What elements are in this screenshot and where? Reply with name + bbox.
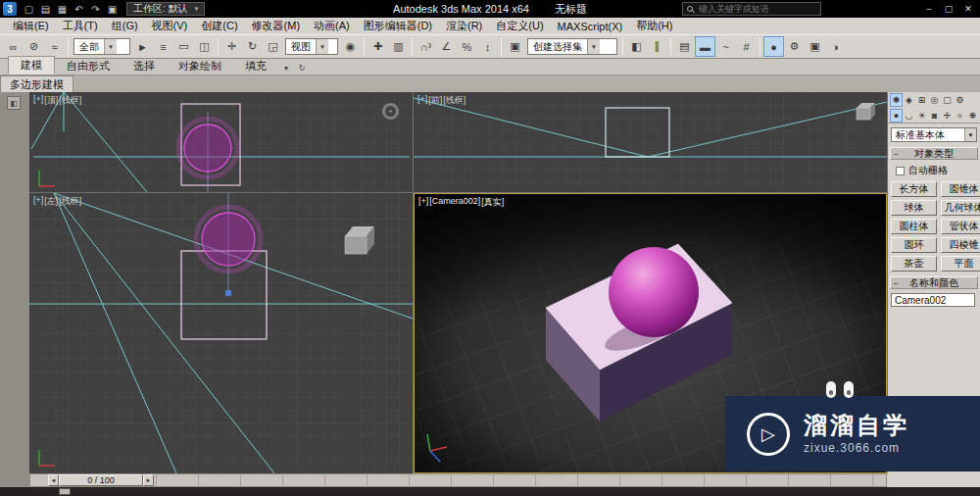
snaps-toggle-icon[interactable]: ∩³ [416,36,436,57]
plane-button[interactable]: 平面 [941,256,980,272]
viewport-left[interactable]: [+] [左] [线框] [29,193,413,473]
helpers-category-icon[interactable]: ✛ [941,109,954,123]
search-input[interactable] [697,3,820,15]
polygon-modeling-panel[interactable]: 多边形建模 [0,75,74,92]
layer-manager-icon[interactable]: ▤ [674,36,695,57]
select-object-icon[interactable]: ► [132,36,153,57]
menu-maxscript[interactable]: MAXScript(X) [551,18,630,34]
render-production-icon[interactable]: ◑ [825,36,846,57]
cylinder-button[interactable]: 圆柱体 [891,219,937,234]
viewport-shading-button[interactable]: [线框] [59,94,81,107]
teapot-button[interactable]: 茶壶 [891,256,937,272]
utilities-tab-icon[interactable]: ⚙ [954,93,966,107]
rectangular-region-icon[interactable]: ▭ [173,36,194,57]
ribbon-tab-selection[interactable]: 选择 [122,58,167,74]
edit-named-sets-icon[interactable]: ▣ [505,36,525,57]
object-name-field[interactable] [891,293,975,307]
maximize-button[interactable]: ▢ [939,1,958,17]
menu-animation[interactable]: 动画(A) [307,18,357,34]
select-and-rotate-icon[interactable]: ↻ [242,36,263,57]
named-selection-set-dropdown[interactable]: 创建选择集 ▼ [527,38,617,55]
display-tab-icon[interactable]: ▢ [941,93,954,107]
spinner-snap-icon[interactable]: ↕ [477,36,498,57]
select-and-manipulate-icon[interactable]: ✚ [368,36,388,57]
torus-button[interactable]: 圆环 [891,237,937,253]
autogrid-checkbox[interactable] [896,167,905,175]
menu-views[interactable]: 视图(V) [145,18,195,34]
keyboard-override-icon[interactable]: ▥ [388,36,409,57]
hierarchy-tab-icon[interactable]: ⊞ [915,93,928,107]
cameras-category-icon[interactable]: ◙ [928,109,941,123]
angle-snap-icon[interactable]: ∠ [436,36,457,57]
viewport-pov-button[interactable]: [左] [44,195,58,208]
pyramid-button[interactable]: 四棱锥 [941,237,980,253]
app-logo-icon[interactable]: 3 [3,2,17,16]
ribbon-cycle-icon[interactable]: ↻ [294,61,310,74]
viewport-menu-button[interactable]: [+] [418,196,428,209]
viewport-top[interactable]: [+] [顶] [线框] [29,92,413,192]
motion-tab-icon[interactable]: ◎ [928,93,941,107]
viewcube-icon[interactable] [382,103,399,120]
geosphere-button[interactable]: 几何球体 [941,200,980,216]
selection-filter-dropdown[interactable]: 全部 ▼ [74,38,130,55]
viewport-pov-button[interactable]: [Camera002] [429,196,480,209]
select-and-move-icon[interactable]: ✛ [221,36,242,57]
viewport-menu-button[interactable]: [+] [33,195,43,208]
open-file-icon[interactable]: ▤ [37,1,54,17]
next-frame-button[interactable]: ► [143,474,154,486]
ribbon-tab-populate[interactable]: 填充 [233,58,278,74]
bind-to-space-warp-icon[interactable]: ≈ [44,36,65,57]
menu-create[interactable]: 创建(C) [194,18,244,34]
viewport-shading-button[interactable]: [线框] [59,195,81,208]
viewport-pov-button[interactable]: [顶] [44,94,58,107]
save-file-icon[interactable]: ▦ [54,1,71,17]
ribbon-tab-object-paint[interactable]: 对象绘制 [167,58,233,74]
sphere-object[interactable] [184,124,231,172]
percent-snap-icon[interactable]: % [457,36,477,57]
rendered-frame-icon[interactable]: ▣ [805,36,825,57]
mirror-icon[interactable]: ◧ [626,36,647,57]
project-folder-icon[interactable]: ▣ [104,1,121,17]
sphere-button[interactable]: 球体 [891,200,937,216]
new-scene-icon[interactable]: ▢ [21,1,37,17]
create-tab-icon[interactable]: ✱ [890,93,903,107]
select-and-link-icon[interactable]: ∞ [3,36,24,57]
shapes-category-icon[interactable]: ◡ [903,109,915,123]
name-color-rollout[interactable]: − 名称和颜色 [890,276,978,289]
ribbon-tab-modeling[interactable]: 建模 [8,56,55,74]
reference-coordinate-dropdown[interactable]: 视图 ▼ [285,38,338,55]
viewport-shading-button[interactable]: [线框] [443,94,466,107]
tube-button[interactable]: 管状体 [941,219,980,234]
unlink-selection-icon[interactable]: ⊘ [24,36,44,57]
undo-icon[interactable]: ↶ [71,1,87,17]
systems-category-icon[interactable]: ❋ [966,109,979,123]
previous-frame-button[interactable]: ◄ [48,474,59,486]
menu-rendering[interactable]: 渲染(R) [439,18,489,34]
use-pivot-center-icon[interactable]: ◉ [340,36,361,57]
geometry-class-dropdown[interactable]: 标准基本体 ▼ [891,127,977,142]
viewport-menu-button[interactable]: [+] [417,94,427,107]
redo-icon[interactable]: ↷ [87,1,104,17]
minimize-button[interactable]: – [919,1,939,17]
menu-tools[interactable]: 工具(T) [56,18,105,34]
sphere-object[interactable] [609,247,699,337]
render-setup-icon[interactable]: ⚙ [784,36,805,57]
window-crossing-icon[interactable]: ◫ [194,36,215,57]
help-search[interactable] [682,2,821,16]
menu-modifiers[interactable]: 修改器(M) [245,18,308,34]
time-slider-track[interactable]: ◄ 0 / 100 ► [29,473,887,487]
box-button[interactable]: 长方体 [891,181,937,197]
select-by-name-icon[interactable]: ≡ [153,36,173,57]
ribbon-caret-icon[interactable]: ▾ [278,61,294,74]
frame-indicator[interactable]: 0 / 100 [59,474,143,486]
space-warps-category-icon[interactable]: ≈ [954,109,966,123]
select-and-scale-icon[interactable]: ◲ [263,36,283,57]
camera-helper-object[interactable] [857,103,875,120]
viewport-shading-button[interactable]: [真实] [481,196,504,209]
schematic-view-icon[interactable]: # [736,36,757,57]
menu-customize[interactable]: 自定义(U) [489,18,550,34]
lights-category-icon[interactable]: ☀ [915,109,928,123]
menu-help[interactable]: 帮助(H) [629,18,679,34]
viewport-front[interactable]: [+] [前] [线框] [414,92,887,192]
cone-button[interactable]: 圆锥体 [941,181,980,197]
